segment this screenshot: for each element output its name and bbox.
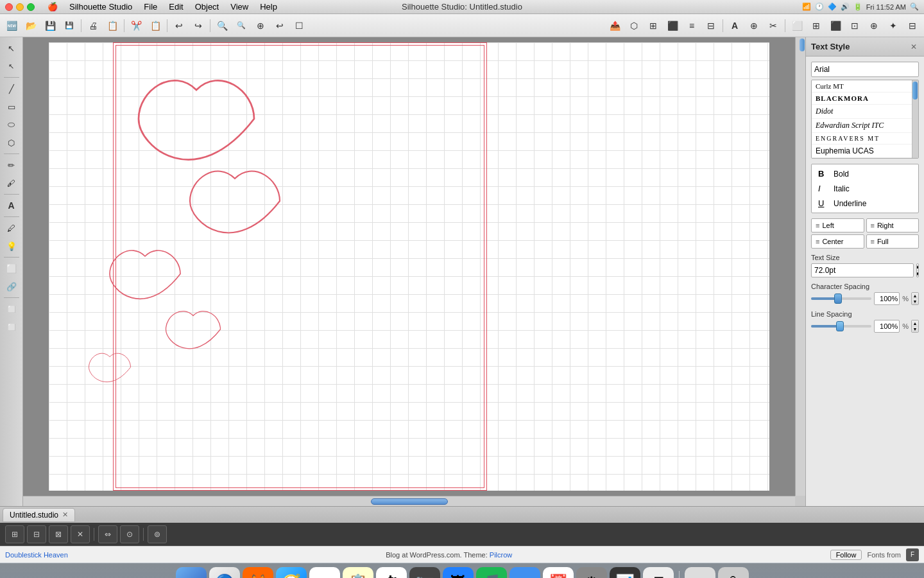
dock-finder[interactable]: 🗂 xyxy=(176,567,207,579)
zoom-in-button[interactable]: 🔍 xyxy=(213,17,231,34)
char-spacing-input[interactable] xyxy=(874,292,900,305)
dock-chrome[interactable]: 🔵 xyxy=(209,567,240,579)
dock-firefox[interactable]: 🦊 xyxy=(243,567,273,579)
open-button[interactable]: 📂 xyxy=(22,17,40,34)
blog-title-link[interactable]: Doublestick Heaven xyxy=(5,551,68,559)
align-full-button[interactable]: ≡ Full xyxy=(866,234,920,249)
dock-iphoto[interactable]: 🖼 xyxy=(443,567,474,579)
edit-menu[interactable]: Edit xyxy=(164,1,188,13)
dock-spotify[interactable]: 🎵 xyxy=(476,567,507,579)
canvas-inner[interactable] xyxy=(23,37,795,496)
line-spacing-slider[interactable] xyxy=(811,325,871,328)
text-tool[interactable]: A xyxy=(3,197,21,214)
dock-mail[interactable]: ✉ xyxy=(509,567,540,579)
print-button[interactable]: 🖨 xyxy=(84,17,102,34)
zoom-out-button[interactable]: 🔍 xyxy=(232,17,250,34)
panel5-button[interactable]: ⊕ xyxy=(865,17,883,34)
font-item-blackmora[interactable]: BLACKMORA xyxy=(812,92,918,105)
fill-button[interactable]: ⬛ xyxy=(663,17,681,34)
font-list[interactable]: Curlz MT BLACKMORA Didot Edwardian Scrip… xyxy=(812,80,918,158)
text-size-input[interactable] xyxy=(811,263,914,277)
save-button[interactable]: 💾 xyxy=(41,17,59,34)
view-menu[interactable]: View xyxy=(225,1,253,13)
line-spacing-stepper[interactable]: ▲ ▼ xyxy=(911,320,919,333)
node-tool[interactable]: ↖ xyxy=(3,58,21,74)
dock-calendar[interactable]: 📅 xyxy=(543,567,574,579)
fill-tool[interactable]: 🖊 xyxy=(3,220,21,236)
save2-button[interactable]: 💾 xyxy=(60,17,78,34)
dock-downloads[interactable]: 🗂 xyxy=(685,567,715,579)
horizontal-scrollbar[interactable] xyxy=(23,496,795,506)
italic-button[interactable]: I Italic xyxy=(814,182,916,195)
media-tool[interactable]: ⬜ xyxy=(3,301,21,317)
underline-button[interactable]: U Underline xyxy=(814,197,916,210)
align-left-button[interactable]: ≡ Left xyxy=(811,218,864,232)
sel-btn-6[interactable]: ⊙ xyxy=(120,525,139,543)
font-item-euphemia[interactable]: Euphemia UCAS xyxy=(812,144,918,158)
dock-photos[interactable]: 📷 xyxy=(409,567,440,579)
sel-btn-2[interactable]: ⊟ xyxy=(27,525,46,543)
crop-tool[interactable]: ⬜ xyxy=(3,260,21,277)
char-spacing-stepper[interactable]: ▲ ▼ xyxy=(911,292,919,305)
pencil-tool[interactable]: ✏ xyxy=(3,157,21,173)
pen-tool[interactable]: 🖋 xyxy=(3,175,21,191)
dock-activity[interactable]: 📊 xyxy=(610,567,640,579)
page-button[interactable]: ☐ xyxy=(290,17,308,34)
line-spacing-input[interactable] xyxy=(874,320,900,333)
panel-close-button[interactable]: ✕ xyxy=(909,42,919,52)
hscroll-thumb[interactable] xyxy=(371,498,448,505)
apple-menu[interactable]: 🍎 xyxy=(42,1,63,13)
char-spacing-up[interactable]: ▲ xyxy=(912,293,918,299)
text-size-down[interactable]: ▼ xyxy=(917,271,918,277)
align-center-button[interactable]: ≡ Center xyxy=(811,234,864,249)
select-tool[interactable]: ↖ xyxy=(3,40,21,57)
font-name-input[interactable] xyxy=(811,62,919,77)
theme-link[interactable]: Pilcrow xyxy=(490,551,512,559)
sel-btn-3[interactable]: ⊠ xyxy=(49,525,68,543)
tab-close-button[interactable]: ✕ xyxy=(62,511,68,519)
line-spacing-up[interactable]: ▲ xyxy=(912,320,918,327)
vscroll-thumb[interactable] xyxy=(800,39,805,51)
dock-settings[interactable]: ⚙ xyxy=(576,567,607,579)
font-item-curlz[interactable]: Curlz MT xyxy=(812,80,918,92)
line-tool[interactable]: ╱ xyxy=(3,80,21,97)
redo-button[interactable]: ↪ xyxy=(189,17,207,34)
dock-safari[interactable]: 🧭 xyxy=(276,567,307,579)
font-item-didot[interactable]: Didot xyxy=(812,105,918,119)
text-btn[interactable]: A xyxy=(726,17,744,34)
print2-button[interactable]: 📋 xyxy=(103,17,121,34)
panel3-button[interactable]: ⬛ xyxy=(826,17,844,34)
help-menu[interactable]: Help xyxy=(255,1,282,13)
send-button[interactable]: 📤 xyxy=(606,17,624,34)
line-spacing-down[interactable]: ▼ xyxy=(912,327,918,333)
app-menu[interactable]: Silhouette Studio xyxy=(64,1,137,13)
char-spacing-slider[interactable] xyxy=(811,297,871,300)
copy-button[interactable]: 📋 xyxy=(146,17,164,34)
bold-button[interactable]: B Bold xyxy=(814,167,916,180)
panel1-button[interactable]: ⬜ xyxy=(788,17,806,34)
dock-finder2[interactable]: 🖥 xyxy=(643,567,674,579)
align-button[interactable]: ≡ xyxy=(683,17,701,34)
minimize-button[interactable] xyxy=(16,3,24,11)
file-menu[interactable]: File xyxy=(139,1,162,13)
font-list-scroll-thumb[interactable] xyxy=(912,82,918,100)
knife-tool[interactable]: 🔗 xyxy=(3,278,21,295)
sel-btn-5[interactable]: ⇔ xyxy=(98,525,117,543)
replicate-button[interactable]: ⊟ xyxy=(702,17,720,34)
font-item-edwardian[interactable]: Edwardian Script ITC xyxy=(812,119,918,133)
object-menu[interactable]: Object xyxy=(190,1,225,13)
poly-tool[interactable]: ⬡ xyxy=(3,134,21,151)
font-dropdown[interactable]: Curlz MT BLACKMORA Didot Edwardian Scrip… xyxy=(811,80,919,159)
panel7-button[interactable]: ⊟ xyxy=(903,17,921,34)
align-right-button[interactable]: ≡ Right xyxy=(866,218,920,232)
panel2-button[interactable]: ⊞ xyxy=(807,17,825,34)
vertical-scrollbar[interactable] xyxy=(795,37,805,496)
font-list-scrollbar[interactable] xyxy=(912,80,918,158)
text-size-stepper[interactable]: ▲ ▼ xyxy=(916,263,919,277)
cut-button[interactable]: ✂️ xyxy=(127,17,145,34)
fonts-icon[interactable]: F xyxy=(906,548,919,561)
zoom-tool[interactable]: ⬜ xyxy=(3,319,21,335)
points-button[interactable]: ⊞ xyxy=(644,17,662,34)
fullscreen-button[interactable] xyxy=(27,3,35,11)
dock-clock[interactable]: ⏱ xyxy=(376,567,407,579)
